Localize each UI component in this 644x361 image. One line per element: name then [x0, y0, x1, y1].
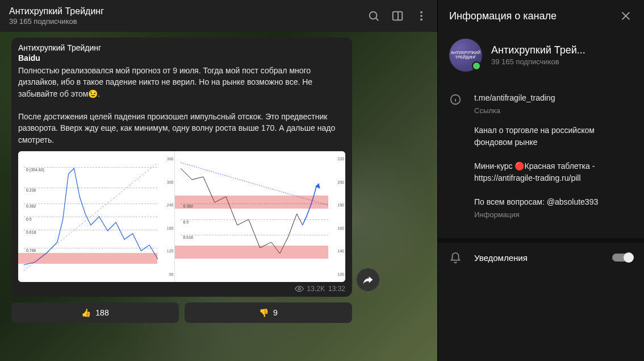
attached-chart-image[interactable]: 0 (354.82) 0.236 0.382 0.5 0.618 0.786 3…	[18, 151, 345, 282]
svg-point-5	[420, 15, 423, 17]
info-panel-header: Информация о канале	[438, 0, 644, 32]
dislike-count: 9	[273, 308, 278, 317]
message-views: 13.2K	[307, 285, 325, 293]
svg-point-4	[420, 11, 423, 14]
message-area[interactable]: Антихрупкий Трейдинг Baidu Полностью реа…	[0, 32, 437, 361]
svg-point-10	[298, 288, 300, 290]
chat-subscribers: 39 165 подписчиков	[9, 17, 367, 26]
fib-382: 0.382	[24, 204, 157, 208]
views-icon	[295, 284, 304, 293]
info-icon	[449, 92, 463, 228]
link-row[interactable]: t.me/antifragile_trading Ссылка Канал о …	[449, 86, 633, 234]
channel-summary[interactable]: АНТИХРУПКИЙ ТРЕЙДИНГ Антихрупкий Трей...…	[438, 32, 644, 82]
link-label: Ссылка	[474, 105, 633, 117]
channel-subscribers: 39 165 подписчиков	[491, 57, 586, 66]
axis-right-chart: 220200180160140120	[328, 157, 344, 276]
fib-r-382: 0.382	[181, 204, 328, 208]
avatar-text: АНТИХРУПКИЙ ТРЕЙДИНГ	[449, 51, 482, 59]
info-section: t.me/antifragile_trading Ссылка Канал о …	[438, 82, 644, 238]
chart-left-panel: 0 (354.82) 0.236 0.382 0.5 0.618 0.786 3…	[18, 151, 175, 282]
notifications-row[interactable]: Уведомления	[438, 238, 644, 272]
chart-right-panel: 0.382 0.5 0.618 220200180160140120	[175, 151, 345, 282]
axis-left-chart: 36030024018012090	[157, 157, 173, 276]
sidebar-toggle-icon[interactable]	[391, 9, 404, 23]
message-body: Полностью реализовался мой прогноз от 9 …	[18, 65, 345, 146]
fib-236: 0.236	[24, 188, 157, 192]
svg-line-1	[376, 18, 378, 20]
like-count: 188	[95, 308, 108, 317]
info-panel-title: Информация о канале	[449, 10, 557, 22]
channel-link[interactable]: t.me/antifragile_trading	[474, 92, 633, 104]
close-icon[interactable]	[619, 9, 633, 23]
message-channel-name[interactable]: Антихрупкий Трейдинг	[18, 43, 345, 52]
message-meta: 13.2K 13:32	[18, 284, 345, 293]
fib-5: 0.5	[24, 217, 157, 221]
channel-description: Канал о торговле на российском фондовом …	[474, 125, 633, 208]
fib-r-618: 0.618	[181, 235, 328, 239]
channel-name: Антихрупкий Трей...	[491, 44, 586, 56]
fib-786: 0.786	[24, 248, 157, 252]
share-button[interactable]	[357, 268, 379, 291]
svg-point-6	[420, 19, 423, 21]
chat-header-info[interactable]: Антихрупкий Трейдинг 39 165 подписчиков	[9, 6, 367, 26]
description-label: Информация	[474, 209, 633, 221]
chat-title: Антихрупкий Трейдинг	[9, 6, 367, 16]
fib-618: 0.618	[24, 230, 157, 234]
fib-r-5: 0.5	[181, 219, 328, 224]
chat-panel: Антихрупкий Трейдинг 39 165 подписчиков …	[0, 0, 437, 361]
bell-icon	[449, 251, 463, 264]
info-panel: Информация о канале АНТИХРУПКИЙ ТРЕЙДИНГ…	[437, 0, 644, 361]
search-icon[interactable]	[367, 9, 380, 23]
notifications-toggle[interactable]	[612, 254, 633, 262]
message-subject: Baidu	[18, 53, 345, 63]
notifications-label: Уведомления	[474, 253, 601, 263]
fib-0: 0 (354.82)	[24, 167, 157, 172]
dislike-emoji: 👎	[259, 308, 269, 317]
message-time: 13:32	[328, 285, 345, 293]
dislike-button[interactable]: 👎 9	[185, 302, 352, 323]
chat-header: Антихрупкий Трейдинг 39 165 подписчиков	[0, 0, 437, 32]
reactions-bar: 👍 188 👎 9	[11, 302, 352, 323]
message-bubble: Антихрупкий Трейдинг Baidu Полностью реа…	[11, 38, 352, 297]
svg-point-0	[370, 12, 377, 19]
more-icon[interactable]	[415, 9, 428, 23]
channel-avatar[interactable]: АНТИХРУПКИЙ ТРЕЙДИНГ	[449, 39, 482, 72]
like-button[interactable]: 👍 188	[11, 302, 179, 323]
header-actions	[367, 9, 428, 23]
like-emoji: 👍	[81, 308, 91, 317]
